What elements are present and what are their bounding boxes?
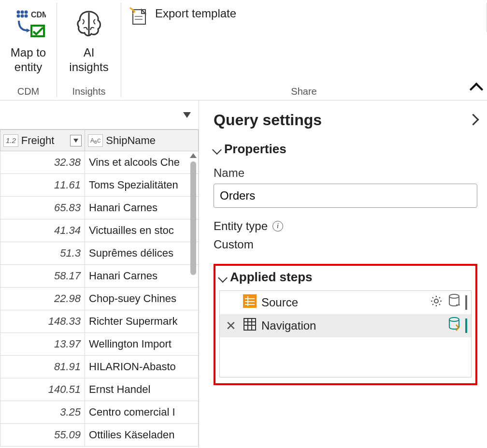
- cell-freight: 13.97: [0, 333, 85, 356]
- cell-shipname: Ernst Handel: [85, 378, 199, 401]
- ai-insights-button[interactable]: AI insights: [60, 2, 118, 74]
- cell-freight: 65.83: [0, 197, 85, 219]
- cell-freight: 41.34: [0, 219, 85, 242]
- table-row[interactable]: 13.97Wellington Import: [0, 333, 199, 356]
- decimal-type-icon: 1.2: [3, 134, 18, 147]
- table-orange-icon: [243, 294, 257, 311]
- cell-freight: 32.38: [0, 151, 85, 174]
- cdm-map-icon: CDM: [11, 7, 46, 43]
- applied-steps-section-toggle[interactable]: Applied steps: [219, 270, 472, 285]
- properties-header-label: Properties: [224, 142, 286, 157]
- table-row[interactable]: 3.25Centro comercial I: [0, 401, 199, 424]
- cell-freight: 140.51: [0, 378, 85, 401]
- cell-shipname: Hanari Carnes: [85, 197, 199, 219]
- svg-rect-20: [244, 318, 256, 330]
- chevron-right-icon: [469, 114, 477, 127]
- table-row[interactable]: 51.3Suprêmes délices: [0, 242, 199, 265]
- query-settings-panel: Query settings Properties Name Entity ty…: [199, 101, 487, 448]
- cell-freight: 3.25: [0, 401, 85, 424]
- formula-bar[interactable]: [0, 101, 199, 130]
- scroll-up-arrow-icon: [190, 153, 197, 158]
- svg-point-0: [17, 11, 19, 13]
- entity-type-label: Entity type: [214, 219, 268, 233]
- database-icon[interactable]: [448, 294, 460, 311]
- applied-step-source[interactable]: Source: [220, 291, 471, 314]
- table-row[interactable]: 22.98Chop-suey Chines: [0, 288, 199, 310]
- table-row[interactable]: 148.33Richter Supermark: [0, 310, 199, 333]
- table-outline-icon: [243, 318, 257, 334]
- table-row[interactable]: 58.17Hanari Carnes: [0, 265, 199, 288]
- applied-steps-list: Source ✕: [219, 290, 472, 377]
- properties-section-toggle[interactable]: Properties: [214, 142, 477, 157]
- query-name-input[interactable]: [214, 184, 477, 208]
- name-label: Name: [214, 166, 477, 180]
- table-row[interactable]: 81.91HILARION-Abasto: [0, 356, 199, 378]
- cell-shipname: Vins et alcools Che: [85, 151, 199, 174]
- table-row[interactable]: 11.61Toms Spezialitäten: [0, 174, 199, 197]
- svg-point-4: [21, 15, 23, 17]
- step-marker: [465, 318, 467, 333]
- map-to-entity-button[interactable]: CDM Map to entity: [3, 2, 54, 74]
- table-row[interactable]: 41.34Victuailles en stoc: [0, 219, 199, 242]
- cell-freight: 11.61: [0, 174, 85, 197]
- cell-shipname: Victuailles en stoc: [85, 219, 199, 242]
- ribbon-group-insights: AI insights Insights: [57, 0, 121, 100]
- cell-shipname: Toms Spezialitäten: [85, 174, 199, 197]
- share-group-label: Share: [291, 86, 316, 99]
- step-label: Navigation: [261, 319, 443, 332]
- chevron-down-icon: [214, 142, 220, 157]
- column-header-label: ShipName: [106, 134, 156, 147]
- export-template-icon: [129, 7, 148, 26]
- chevron-down-icon: [73, 139, 78, 143]
- table-row[interactable]: 32.38Vins et alcools Che: [0, 151, 199, 174]
- ribbon-toolbar: CDM Map to entity CDM AI insights: [0, 0, 487, 101]
- expand-panel-button[interactable]: [469, 114, 477, 127]
- export-template-label: Export template: [155, 7, 236, 20]
- svg-point-3: [17, 15, 19, 17]
- scroll-thumb[interactable]: [190, 161, 196, 275]
- cell-freight: 22.98: [0, 288, 85, 310]
- applied-step-navigation[interactable]: ✕ Navigation: [220, 314, 471, 337]
- table-row[interactable]: 55.09Ottilies Käseladen: [0, 424, 199, 447]
- cell-shipname: HILARION-Abasto: [85, 356, 199, 378]
- gear-icon[interactable]: [430, 294, 443, 311]
- chevron-down-icon: [219, 270, 226, 285]
- cell-shipname: Centro comercial I: [85, 401, 199, 424]
- info-icon[interactable]: i: [272, 221, 283, 231]
- cell-shipname: Chop-suey Chines: [85, 288, 199, 310]
- export-template-button[interactable]: Export template: [124, 2, 241, 31]
- collapse-ribbon-button[interactable]: [472, 85, 481, 97]
- svg-point-1: [21, 11, 23, 13]
- column-filter-button[interactable]: [70, 135, 82, 146]
- svg-text:CDM: CDM: [31, 11, 46, 19]
- main-area: 1.2 Freight ABC: [0, 101, 487, 448]
- ai-insights-label: AI insights: [69, 45, 108, 74]
- table-row[interactable]: 65.83Hanari Carnes: [0, 197, 199, 219]
- svg-point-18: [449, 294, 459, 298]
- svg-point-25: [449, 318, 459, 321]
- cell-freight: 55.09: [0, 424, 85, 447]
- column-header-shipname[interactable]: ABC ShipName: [85, 130, 199, 151]
- column-header-label: Freight: [21, 134, 54, 147]
- database-refresh-icon[interactable]: [448, 317, 460, 334]
- cell-freight: 58.17: [0, 265, 85, 288]
- chevron-up-icon: [472, 85, 481, 97]
- data-table-body: 32.38Vins et alcools Che 11.61Toms Spezi…: [0, 151, 199, 447]
- cell-shipname: Hanari Carnes: [85, 265, 199, 288]
- table-row[interactable]: 140.51Ernst Handel: [0, 378, 199, 401]
- chevron-down-icon: [183, 112, 191, 118]
- data-table-wrap: 1.2 Freight ABC: [0, 130, 199, 448]
- applied-steps-highlight: Applied steps Source: [214, 264, 477, 385]
- step-marker: [465, 295, 467, 310]
- brain-icon: [71, 7, 107, 43]
- delete-step-button[interactable]: ✕: [224, 319, 238, 332]
- cell-shipname: Wellington Import: [85, 333, 199, 356]
- map-to-entity-label: Map to entity: [11, 45, 46, 74]
- data-preview-panel: 1.2 Freight ABC: [0, 101, 199, 448]
- ribbon-group-cdm: CDM Map to entity CDM: [0, 0, 57, 100]
- column-header-freight[interactable]: 1.2 Freight: [0, 130, 85, 151]
- vertical-scrollbar[interactable]: [188, 152, 199, 422]
- cdm-group-label: CDM: [17, 86, 40, 99]
- data-table: 1.2 Freight ABC: [0, 130, 199, 447]
- svg-point-17: [434, 299, 438, 303]
